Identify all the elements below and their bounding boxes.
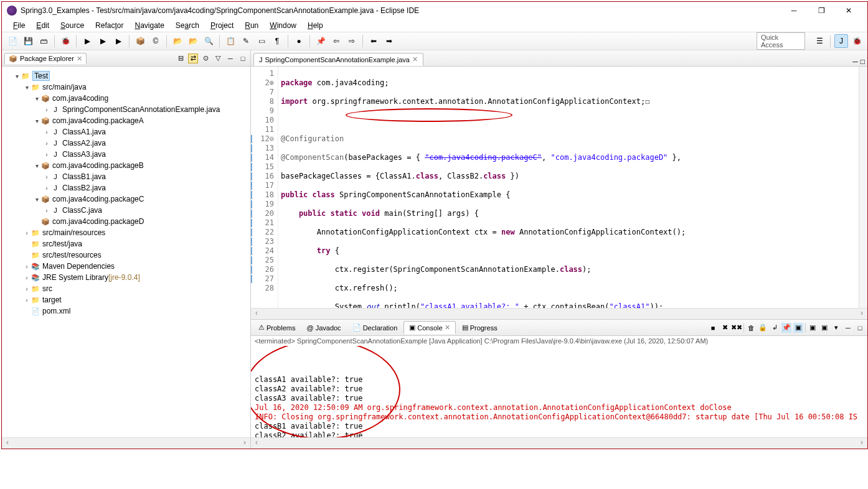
tree-maven-deps[interactable]: Maven Dependencies — [42, 262, 115, 271]
maximize-view-icon[interactable]: □ — [238, 54, 248, 63]
menu-file[interactable]: File — [8, 20, 30, 31]
search-button[interactable]: 🔍 — [202, 34, 215, 48]
menu-source[interactable]: Source — [55, 20, 89, 31]
word-wrap-icon[interactable]: ↲ — [770, 323, 780, 333]
console-output[interactable]: classA1 available?: trueclassA2 availabl… — [251, 346, 867, 437]
menu-navigate[interactable]: Navigate — [130, 20, 169, 31]
debug-button[interactable]: 🐞 — [59, 34, 72, 48]
collapse-all-icon[interactable]: ⊟ — [176, 54, 186, 63]
tree-src[interactable]: src — [42, 284, 52, 293]
menu-project[interactable]: Project — [205, 20, 238, 31]
toggle-block-button[interactable]: ▭ — [255, 34, 268, 48]
open-perspective-button[interactable]: ☰ — [813, 34, 826, 48]
nav-back-button[interactable]: ⬅ — [367, 34, 380, 48]
view-menu-icon[interactable]: ▽ — [213, 54, 223, 63]
open-console-icon[interactable]: ▣ — [808, 323, 818, 333]
remove-all-icon[interactable]: ✖✖ — [732, 323, 742, 333]
close-icon[interactable]: ✕ — [445, 324, 450, 332]
clear-console-icon[interactable]: 🗑 — [746, 323, 756, 333]
editor-horizontal-scrollbar[interactable]: ‹› — [251, 308, 867, 319]
tree-jre[interactable]: JRE System Library — [42, 273, 108, 282]
back-button[interactable]: ⇦ — [329, 34, 343, 48]
console-tab[interactable]: ▣Console ✕ — [403, 321, 455, 334]
debug-perspective-button[interactable]: 🐞 — [850, 34, 864, 48]
menu-window[interactable]: Window — [265, 20, 301, 31]
close-tab-icon[interactable]: ✕ — [412, 55, 418, 63]
sidebar-scrollbar[interactable]: ‹› — [2, 437, 250, 449]
console-scrollbar[interactable]: ‹› — [251, 437, 867, 449]
tree-src-main-res[interactable]: src/main/resources — [42, 228, 105, 237]
tree-classA1[interactable]: ClassA1.java — [62, 128, 106, 136]
open-type-button[interactable]: 📂 — [171, 34, 184, 48]
menu-refactor[interactable]: Refactor — [90, 20, 128, 31]
toggle-mark-button[interactable]: ✎ — [239, 34, 253, 48]
pin-console-icon[interactable]: 📌 — [781, 323, 791, 333]
new-class-button[interactable]: © — [149, 34, 163, 48]
progress-tab[interactable]: ▤Progress — [457, 322, 502, 333]
coverage-button[interactable]: ▶ — [96, 34, 110, 48]
link-editor-icon[interactable]: ⇄ — [188, 54, 198, 63]
save-button[interactable]: 💾 — [21, 34, 35, 48]
java-perspective-button[interactable]: J — [834, 34, 848, 48]
problems-tab[interactable]: ⚠Problems — [253, 322, 300, 333]
forward-button[interactable]: ⇨ — [345, 34, 359, 48]
maximize-editor-icon[interactable]: □ — [861, 57, 865, 66]
code-content[interactable]: package com.java4coding; import org.spri… — [278, 67, 859, 308]
save-all-button[interactable]: 🗃 — [37, 34, 50, 48]
new-package-button[interactable]: 📦 — [133, 34, 147, 48]
tree-target[interactable]: target — [42, 296, 62, 304]
new-button[interactable]: 📄 — [6, 34, 19, 48]
close-button[interactable]: ✕ — [835, 2, 862, 19]
tree-pkgD[interactable]: com.java4coding.packageD — [52, 217, 144, 226]
show-whitespace-button[interactable]: ¶ — [270, 34, 284, 48]
quick-access-input[interactable]: Quick Access — [757, 32, 805, 50]
focus-icon[interactable]: ⊙ — [200, 54, 210, 63]
tree-src-test-java[interactable]: src/test/java — [42, 240, 82, 248]
tree-pkgA[interactable]: com.java4coding.packageA — [52, 116, 144, 125]
maximize-button[interactable]: ❐ — [808, 2, 835, 19]
tree-classC[interactable]: ClassC.java — [62, 206, 102, 215]
maximize-panel-icon[interactable]: □ — [855, 323, 865, 333]
tree-project[interactable]: Test — [32, 71, 50, 81]
tree-classB2[interactable]: ClassB2.java — [62, 184, 106, 192]
new-console-icon[interactable]: ▣ — [819, 323, 829, 333]
tree-pom[interactable]: pom.xml — [42, 307, 70, 315]
menu-help[interactable]: Help — [303, 20, 328, 31]
package-explorer-tab[interactable]: 📦 Package Explorer ✕ — [4, 53, 87, 64]
minimize-view-icon[interactable]: ─ — [225, 54, 235, 63]
annotation-button[interactable]: ● — [292, 34, 306, 48]
scroll-lock-icon[interactable]: 🔒 — [758, 323, 768, 333]
tree-classA3[interactable]: ClassA3.java — [62, 150, 106, 159]
tree-classB1[interactable]: ClassB1.java — [62, 172, 106, 181]
run-last-button[interactable]: ▶ — [111, 34, 125, 48]
nav-forward-button[interactable]: ➡ — [382, 34, 396, 48]
menu-edit[interactable]: Edit — [31, 20, 54, 31]
run-button[interactable]: ▶ — [80, 34, 94, 48]
terminate-icon[interactable]: ■ — [708, 323, 718, 333]
tree-src-test-res[interactable]: src/test/resources — [42, 251, 101, 259]
tree-pkgB[interactable]: com.java4coding.packageB — [52, 161, 144, 170]
console-menu-icon[interactable]: ▾ — [831, 323, 841, 333]
declaration-tab[interactable]: 📄Declaration — [347, 322, 403, 333]
minimize-editor-icon[interactable]: ─ — [852, 57, 858, 66]
remove-launch-icon[interactable]: ✖ — [720, 323, 730, 333]
menu-search[interactable]: Search — [171, 20, 204, 31]
menu-run[interactable]: Run — [240, 20, 263, 31]
pin-button[interactable]: 📌 — [314, 34, 328, 48]
project-tree[interactable]: ▾📁Test ▾📁src/main/java ▾📦com.java4coding… — [2, 67, 250, 437]
tree-classA2[interactable]: ClassA2.java — [62, 139, 106, 147]
code-editor[interactable]: 1 2⊕ 7 8 9 10 11 12⊖ 13 14 15 16 17 18 1… — [251, 67, 867, 308]
editor-tab[interactable]: J SpringComponentScanAnnotationExample.j… — [253, 53, 423, 66]
tree-example-java[interactable]: SpringComponentScanAnnotationExample.jav… — [62, 105, 220, 114]
tree-src-main-java[interactable]: src/main/java — [42, 83, 87, 91]
display-console-icon[interactable]: ▣ — [793, 323, 803, 333]
tree-pkg-root[interactable]: com.java4coding — [52, 94, 108, 103]
overview-ruler[interactable] — [859, 67, 867, 308]
minimize-panel-icon[interactable]: ─ — [843, 323, 853, 333]
close-icon[interactable]: ✕ — [77, 55, 82, 63]
open-task-button[interactable]: 📂 — [186, 34, 200, 48]
javadoc-tab[interactable]: @Javadoc — [301, 322, 346, 333]
minimize-button[interactable]: ─ — [780, 2, 808, 19]
tree-pkgC[interactable]: com.java4coding.packageC — [52, 195, 144, 203]
toggle-breadcrumb-button[interactable]: 📋 — [224, 34, 237, 48]
